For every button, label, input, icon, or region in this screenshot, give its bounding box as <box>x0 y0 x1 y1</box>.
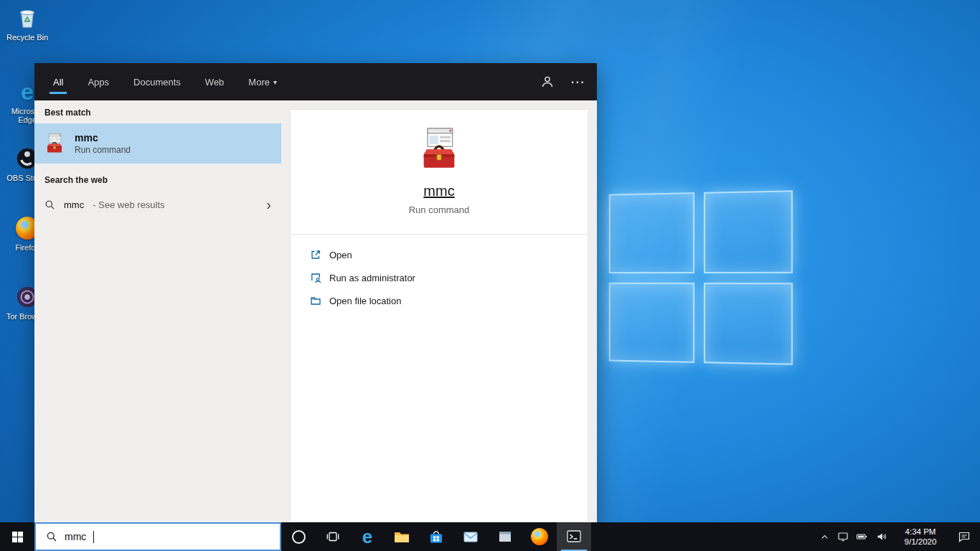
cortana-button[interactable] <box>281 522 316 551</box>
windows-logo-pane <box>703 283 793 365</box>
windows-logo-pane <box>609 192 694 273</box>
search-icon <box>44 199 55 210</box>
notification-icon <box>958 530 971 543</box>
mmc-toolbox-icon-large <box>416 126 462 171</box>
display-icon <box>837 531 849 542</box>
show-hidden-icons-button[interactable] <box>815 522 834 551</box>
taskbar-app-edge[interactable]: e <box>350 522 385 551</box>
best-match-section-label: Best match <box>34 100 281 123</box>
battery-icon <box>856 531 867 542</box>
preview-pane: mmc Run command Open Run as administrato… <box>281 100 597 522</box>
search-flyout: All Apps Documents Web More ▾ ⋯ Best mat… <box>34 63 597 522</box>
action-center-button[interactable] <box>948 522 980 551</box>
task-view-button[interactable] <box>316 522 350 551</box>
windows-logo-pane <box>609 282 694 363</box>
recycle-bin-icon <box>14 5 40 31</box>
search-header-actions: ⋯ <box>540 63 585 100</box>
search-input-value: mmc <box>65 531 86 542</box>
preview-card: mmc Run command Open Run as administrato… <box>290 109 588 522</box>
task-view-icon <box>326 529 340 544</box>
taskbar-app-mail[interactable] <box>453 522 488 551</box>
taskbar-app-console-active[interactable] <box>557 522 591 551</box>
windows-start-icon <box>11 531 24 543</box>
tab-more[interactable]: More ▾ <box>247 63 278 100</box>
search-results-list: Best match mmc Run command Search the we… <box>34 100 281 522</box>
search-icon <box>46 531 57 542</box>
web-search-result[interactable]: mmc - See web results › <box>34 191 281 218</box>
taskbar: mmc e 4:34 <box>0 522 980 551</box>
edge-icon: e <box>362 527 372 546</box>
mmc-toolbox-icon <box>44 133 65 154</box>
web-query: mmc <box>64 199 84 210</box>
chevron-up-icon <box>819 532 830 542</box>
store-icon <box>428 528 445 545</box>
search-filter-bar: All Apps Documents Web More ▾ ⋯ <box>34 63 597 100</box>
tab-documents[interactable]: Documents <box>132 63 182 100</box>
firefox-icon <box>531 528 548 545</box>
chevron-down-icon: ▾ <box>273 78 277 86</box>
text-caret <box>93 531 94 543</box>
windows-logo-pane <box>703 190 793 273</box>
tray-battery-button[interactable] <box>852 522 871 551</box>
taskbar-app-firefox[interactable] <box>522 522 557 551</box>
user-account-button[interactable] <box>540 75 555 89</box>
tray-display-button[interactable] <box>834 522 852 551</box>
search-filter-tabs: All Apps Documents Web More ▾ <box>52 63 278 100</box>
search-results-area: Best match mmc Run command Search the we… <box>34 100 597 522</box>
tab-web[interactable]: Web <box>204 63 226 100</box>
taskbar-clock[interactable]: 4:34 PM 9/1/2020 <box>892 522 948 551</box>
action-open[interactable]: Open <box>310 243 588 266</box>
preview-title-link[interactable]: mmc <box>423 183 454 199</box>
file-explorer-icon <box>393 528 410 545</box>
best-match-result-mmc[interactable]: mmc Run command <box>34 123 281 164</box>
cortana-icon <box>292 530 306 544</box>
taskbar-app-window[interactable] <box>488 522 522 551</box>
open-icon <box>310 249 321 260</box>
action-list: Open Run as administrator Open file loca… <box>291 235 588 312</box>
taskbar-app-store[interactable] <box>419 522 453 551</box>
result-subtitle: Run command <box>75 145 131 155</box>
result-title: mmc <box>75 132 131 143</box>
desktop-icon-recycle-bin[interactable]: Recycle Bin <box>1 5 53 42</box>
start-button[interactable] <box>0 522 34 551</box>
desktop-icon-label: Recycle Bin <box>6 33 48 42</box>
web-section-label: Search the web <box>34 164 281 191</box>
admin-icon <box>310 272 321 283</box>
system-tray: 4:34 PM 9/1/2020 <box>815 522 980 551</box>
window-app-icon <box>496 528 514 545</box>
tray-volume-button[interactable] <box>871 522 892 551</box>
preview-subtitle: Run command <box>409 204 470 215</box>
more-options-button[interactable]: ⋯ <box>570 75 585 89</box>
mail-icon <box>462 528 479 545</box>
volume-icon <box>876 531 887 542</box>
taskbar-search-input[interactable]: mmc <box>34 522 281 551</box>
folder-location-icon <box>310 295 321 306</box>
web-query-suffix: - See web results <box>93 199 164 210</box>
action-open-file-location[interactable]: Open file location <box>310 289 588 312</box>
tab-apps[interactable]: Apps <box>86 63 110 100</box>
clock-date: 9/1/2020 <box>905 537 937 547</box>
action-run-as-administrator[interactable]: Run as administrator <box>310 266 588 289</box>
tab-all[interactable]: All <box>52 63 65 100</box>
chevron-right-icon[interactable]: › <box>266 199 271 210</box>
console-icon <box>565 528 583 545</box>
taskbar-app-file-explorer[interactable] <box>385 522 419 551</box>
clock-time: 4:34 PM <box>905 527 936 537</box>
windows-logo-wallpaper <box>609 190 793 364</box>
